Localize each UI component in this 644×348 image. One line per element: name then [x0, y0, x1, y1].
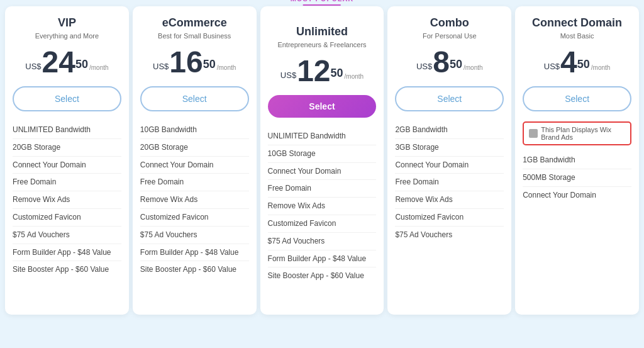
feature-item: $75 Ad Vouchers [395, 226, 504, 244]
features-list-connect-domain: 1GB Bandwidth 500MB Storage Connect Your… [523, 152, 631, 203]
plan-name-unlimited: Unlimited [268, 25, 377, 38]
plan-name-vip: VIP [13, 16, 121, 30]
feature-item: Form Builder App - $48 Value [13, 244, 121, 261]
plan-name-connect-domain: Connect Domain [523, 16, 631, 30]
select-button-vip[interactable]: Select [13, 86, 121, 111]
feature-item: Customized Favicon [13, 208, 121, 226]
price-main-unlimited: 12 [297, 56, 330, 86]
price-period-combo: /month [464, 64, 483, 71]
feature-item: Connect Your Domain [13, 156, 121, 174]
feature-item: Connect Your Domain [523, 186, 631, 204]
price-decimal-connect-domain: 50 [577, 58, 590, 71]
feature-item: Customized Favicon [140, 208, 249, 226]
plan-name-combo: Combo [395, 16, 504, 30]
feature-item: Remove Wix Ads [268, 197, 377, 215]
feature-item: Free Domain [13, 173, 121, 191]
price-main-ecommerce: 16 [169, 47, 203, 77]
plan-name-ecommerce: eCommerce [140, 16, 249, 30]
plan-card-connect-domain: Connect Domain Most Basic US$ 4 50 /mont… [515, 6, 639, 315]
plan-tagline-ecommerce: Best for Small Business [140, 32, 249, 40]
price-row-combo: US$ 8 50 /month [395, 47, 504, 77]
price-period-ecommerce: /month [217, 64, 236, 71]
feature-item: Remove Wix Ads [395, 191, 504, 208]
feature-item: 3GB Storage [395, 138, 504, 156]
feature-item: 500MB Storage [523, 169, 631, 186]
price-main-combo: 8 [433, 47, 450, 77]
feature-item: 20GB Storage [140, 138, 249, 156]
wix-ads-notice-text: This Plan Displays Wix Brand Ads [541, 126, 625, 141]
most-popular-badge: MOST POPULAR [291, 0, 354, 6]
feature-item: $75 Ad Vouchers [13, 226, 121, 244]
plan-card-vip: VIP Everything and More US$ 24 50 /month… [5, 6, 129, 315]
plan-card-combo: Combo For Personal Use US$ 8 50 /month S… [387, 6, 511, 315]
feature-item: Site Booster App - $60 Value [13, 261, 121, 278]
feature-item: Customized Favicon [268, 215, 377, 232]
feature-item: UNLIMITED Bandwidth [13, 121, 121, 138]
plan-card-unlimited: MOST POPULAR Unlimited Entrepreneurs & F… [260, 6, 384, 315]
price-row-connect-domain: US$ 4 50 /month [523, 47, 631, 77]
plan-tagline-connect-domain: Most Basic [523, 32, 631, 40]
feature-item: UNLIMITED Bandwidth [268, 128, 377, 145]
price-currency-ecommerce: US$ [153, 62, 169, 71]
price-row-vip: US$ 24 50 /month [13, 47, 121, 77]
price-currency-connect-domain: US$ [544, 62, 560, 71]
feature-item: 20GB Storage [13, 138, 121, 156]
plan-tagline-combo: For Personal Use [395, 32, 504, 40]
wix-ads-notice: This Plan Displays Wix Brand Ads [523, 121, 631, 145]
feature-item: Connect Your Domain [268, 162, 377, 180]
feature-item: 1GB Bandwidth [523, 152, 631, 169]
feature-item: Connect Your Domain [395, 156, 504, 174]
select-button-combo[interactable]: Select [395, 86, 504, 111]
feature-item: 10GB Bandwidth [140, 121, 249, 138]
price-decimal-vip: 50 [75, 58, 88, 71]
feature-item: Site Booster App - $60 Value [268, 267, 377, 284]
features-list-unlimited: UNLIMITED Bandwidth 10GB Storage Connect… [268, 128, 377, 284]
feature-item: Customized Favicon [395, 208, 504, 226]
price-currency-combo: US$ [416, 62, 432, 71]
price-row-unlimited: US$ 12 50 /month [268, 56, 377, 86]
feature-item: Free Domain [268, 179, 377, 197]
feature-item: $75 Ad Vouchers [268, 232, 377, 250]
price-main-vip: 24 [42, 47, 75, 77]
plan-tagline-unlimited: Entrepreneurs & Freelancers [268, 41, 377, 48]
price-currency-vip: US$ [25, 62, 41, 71]
feature-item: 2GB Bandwidth [395, 121, 504, 138]
feature-item: Free Domain [140, 173, 249, 191]
features-list-combo: 2GB Bandwidth 3GB Storage Connect Your D… [395, 121, 504, 244]
price-decimal-combo: 50 [450, 58, 462, 71]
feature-item: Remove Wix Ads [13, 191, 121, 208]
feature-item: 10GB Storage [268, 145, 377, 162]
feature-item: Form Builder App - $48 Value [268, 250, 377, 267]
select-button-connect-domain[interactable]: Select [523, 86, 631, 111]
select-button-unlimited[interactable]: Select [268, 95, 377, 118]
price-decimal-unlimited: 50 [331, 67, 343, 80]
feature-item: Form Builder App - $48 Value [140, 244, 249, 261]
price-main-connect-domain: 4 [560, 47, 577, 77]
feature-item: $75 Ad Vouchers [140, 226, 249, 244]
feature-item: Site Booster App - $60 Value [140, 261, 249, 278]
feature-item: Connect Your Domain [140, 156, 249, 174]
price-decimal-ecommerce: 50 [203, 58, 216, 71]
feature-item: Remove Wix Ads [140, 191, 249, 208]
price-period-connect-domain: /month [591, 64, 611, 71]
price-currency-unlimited: US$ [280, 70, 296, 80]
plans-container: VIP Everything and More US$ 24 50 /month… [5, 6, 639, 315]
price-period-unlimited: /month [345, 73, 364, 80]
price-row-ecommerce: US$ 16 50 /month [140, 47, 249, 77]
plan-card-ecommerce: eCommerce Best for Small Business US$ 16… [133, 6, 257, 315]
feature-item: Free Domain [395, 173, 504, 191]
features-list-ecommerce: 10GB Bandwidth 20GB Storage Connect Your… [140, 121, 249, 278]
price-period-vip: /month [89, 64, 109, 71]
features-list-vip: UNLIMITED Bandwidth 20GB Storage Connect… [13, 121, 121, 278]
wix-icon [529, 129, 538, 138]
select-button-ecommerce[interactable]: Select [140, 86, 249, 111]
plan-tagline-vip: Everything and More [13, 32, 121, 40]
